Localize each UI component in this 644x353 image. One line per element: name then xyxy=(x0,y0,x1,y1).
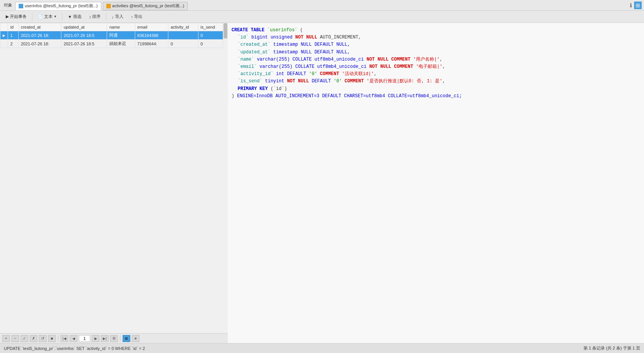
begin-transaction-button[interactable]: ▶ 开始事务 xyxy=(2,12,30,21)
vertical-scrollbar[interactable] xyxy=(223,23,228,333)
sql-type-name: varchar(255) COLLATE utf8mb4_unicode_ci xyxy=(254,57,366,62)
sql-comma-activity: , xyxy=(374,71,377,77)
col-activity-id[interactable]: activity_id xyxy=(168,23,198,31)
sql-col-issend: `is_send` xyxy=(238,79,262,84)
table-row[interactable]: ▶ 1 2021-07-26 18: 2021-07-26 18:5 阿通 83… xyxy=(0,31,223,40)
stop-button[interactable]: ■ xyxy=(48,335,56,342)
sql-col-id: `id` xyxy=(238,35,249,40)
cell-activity-id[interactable]: 0 xyxy=(168,40,198,48)
sql-comma-email: , xyxy=(443,64,445,69)
tab-activities[interactable]: activities @test5_liutong_pr (test5测...) xyxy=(103,2,188,10)
prev-page-button[interactable]: ◀ xyxy=(70,335,77,342)
sql-comment-val-issend: '是否执行推送|默认0: 否, 1: 是' xyxy=(366,79,442,84)
col-is-send[interactable]: is_send xyxy=(198,23,223,31)
main-layout: id created_at updated_at name email acti… xyxy=(0,23,644,343)
toolbar: ▶ 开始事务 📄 文本 ▼ ▼ 筛选 ↕ 排序 ↓ 导入 ↑ 导出 xyxy=(0,11,644,23)
text-label: 文本 xyxy=(44,14,53,19)
cell-updated-at[interactable]: 2021-07-26 18:5 xyxy=(61,40,107,48)
separator-2 xyxy=(62,13,62,21)
first-page-button[interactable]: |◀ xyxy=(61,335,68,342)
sql-line-9: PRIMARY KEY (`id`) xyxy=(232,85,640,93)
sql-close-paren: ) xyxy=(232,93,237,99)
sql-create-keyword: CREATE TABLE xyxy=(232,27,267,33)
table-container: id created_at updated_at name email acti… xyxy=(0,23,228,333)
table-view-button[interactable]: ⊞ xyxy=(123,335,130,342)
separator-3 xyxy=(106,13,106,21)
tab-userinfos[interactable]: userinfos @test5_liutong_pr (test5测...) xyxy=(15,2,101,10)
status-bar: UPDATE `test5_liutong_pr`.`userinfos` SE… xyxy=(0,343,644,353)
cell-is-send[interactable]: 0 xyxy=(198,40,223,48)
sql-auto: AUTO_INCREMENT, xyxy=(317,35,361,40)
cell-email[interactable]: 71998644: xyxy=(135,40,168,48)
sql-comment-kw-activity: COMMENT xyxy=(317,71,342,77)
sql-line-4: `updated_at` timestamp NULL DEFAULT NULL… xyxy=(232,49,640,56)
table-icon xyxy=(19,4,23,8)
text-icon: 📄 xyxy=(38,14,43,19)
begin-label: 开始事务 xyxy=(10,14,27,19)
cell-id[interactable]: 1 xyxy=(8,31,19,40)
sql-pk-keyword: PRIMARY KEY xyxy=(238,86,270,91)
sql-comma-issend: , xyxy=(443,79,445,84)
bottom-nav: + − ✓ ✗ ↺ ■ |◀ ◀ ▶ ▶| ⚙ ⊞ ≡ xyxy=(0,333,228,343)
sql-line-3: `created_at` timestamp NULL DEFAULT NULL… xyxy=(232,41,640,48)
sql-type-created: timestamp NULL DEFAULT NULL, xyxy=(270,42,350,47)
nav-separator-2 xyxy=(120,335,120,342)
cell-name[interactable]: 娟姐来迟 xyxy=(107,40,135,48)
col-id[interactable]: id xyxy=(8,23,19,31)
col-email[interactable]: email xyxy=(135,23,168,31)
sql-col-updated: `updated_at` xyxy=(238,50,270,55)
sql-type-activity: int DEFAULT xyxy=(273,71,309,77)
sql-line-5: `name` varchar(255) COLLATE utf8mb4_unic… xyxy=(232,56,640,63)
export-label: 导出 xyxy=(134,14,142,19)
info-icon[interactable]: ℹ xyxy=(629,2,633,9)
cell-activity-id[interactable] xyxy=(168,31,198,40)
filter-button[interactable]: ▼ 筛选 xyxy=(64,12,85,21)
scrollbar-thumb[interactable] xyxy=(224,23,227,39)
sql-comment-kw-name: COMMENT xyxy=(388,57,413,62)
sql-nn-issend: NOT NULL xyxy=(287,79,309,84)
text-button[interactable]: 📄 文本 ▼ xyxy=(34,12,60,21)
remove-row-button[interactable]: − xyxy=(11,335,19,342)
cell-email[interactable]: 836164388 xyxy=(135,31,168,40)
cell-is-send[interactable]: 0 xyxy=(198,31,223,40)
form-view-button[interactable]: ≡ xyxy=(132,335,139,342)
sort-icon: ↕ xyxy=(89,14,91,19)
cell-updated-at[interactable]: 2021-07-26 18:5 xyxy=(61,31,107,40)
sql-line-8: `is_send` tinyint NOT NULL DEFAULT '0' C… xyxy=(232,78,640,85)
sql-paren-open: ( xyxy=(297,27,303,33)
cell-created-at[interactable]: 2021-07-26 18: xyxy=(18,31,61,40)
layout-icon[interactable]: ⊞ xyxy=(634,2,642,9)
sql-nn-name: NOT NULL xyxy=(366,57,388,62)
table-row[interactable]: 2 2021-07-26 18: 2021-07-26 18:5 娟姐来迟 71… xyxy=(0,40,223,48)
cell-name[interactable]: 阿通 xyxy=(107,31,135,40)
sql-pk-col: (`id`) xyxy=(270,86,287,91)
filter-icon: ▼ xyxy=(68,14,72,19)
sql-line-7: `activity_id` int DEFAULT '0' COMMENT '活… xyxy=(232,71,640,78)
next-page-button[interactable]: ▶ xyxy=(92,335,99,342)
sql-table-name: `userinfos` xyxy=(267,27,297,33)
sort-button[interactable]: ↕ 排序 xyxy=(86,12,104,21)
sql-col-activity: `activity_id` xyxy=(238,71,273,77)
sql-col-email: `email` xyxy=(238,64,257,69)
sql-nn-email: NOT NULL xyxy=(369,64,392,69)
add-row-button[interactable]: + xyxy=(2,335,10,342)
sql-comma-name: , xyxy=(440,57,443,62)
export-button[interactable]: ↑ 导出 xyxy=(128,12,146,21)
nav-separator xyxy=(58,335,58,342)
col-created-at[interactable]: created_at xyxy=(18,23,61,31)
cancel-button[interactable]: ✗ xyxy=(30,335,37,342)
last-page-button[interactable]: ▶| xyxy=(101,335,109,342)
page-number-input[interactable] xyxy=(79,335,90,342)
import-button[interactable]: ↓ 导入 xyxy=(108,12,127,21)
confirm-button[interactable]: ✓ xyxy=(21,335,28,342)
cell-id[interactable]: 2 xyxy=(8,40,19,48)
settings-button[interactable]: ⚙ xyxy=(110,335,118,342)
refresh-button[interactable]: ↺ xyxy=(39,335,46,342)
cell-created-at[interactable]: 2021-07-26 18: xyxy=(18,40,61,48)
sql-default-issend: DEFAULT xyxy=(309,79,334,84)
col-updated-at[interactable]: updated_at xyxy=(61,23,107,31)
begin-icon: ▶ xyxy=(6,14,9,19)
sql-col-name: `name` xyxy=(238,57,254,62)
col-name[interactable]: name xyxy=(107,23,135,31)
filter-label: 筛选 xyxy=(73,14,81,19)
